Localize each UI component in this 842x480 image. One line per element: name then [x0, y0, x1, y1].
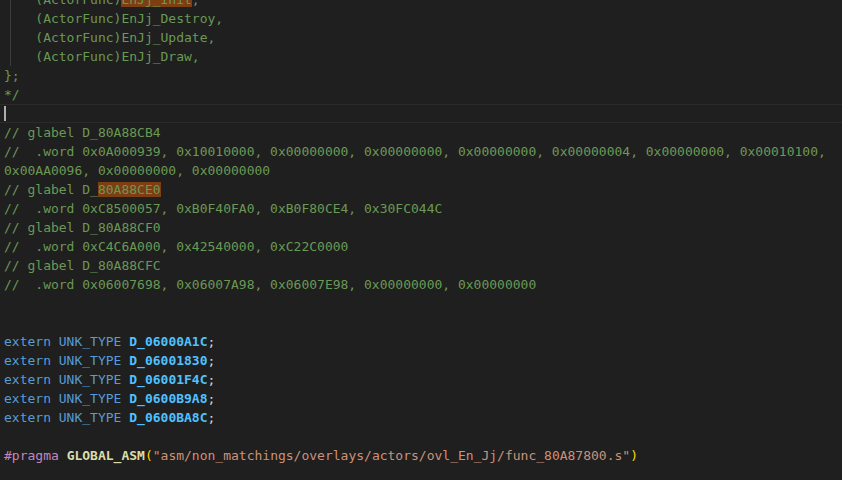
code-token: // glabel D_	[4, 182, 98, 197]
code-token: (ActorFunc)EnJj_Destroy,	[4, 11, 223, 26]
code-line[interactable]: extern UNK_TYPE D_06000A1C;	[4, 332, 842, 351]
code-token: ;	[208, 372, 216, 387]
code-token: (ActorFunc)	[4, 0, 121, 7]
find-match-highlight: EnJj_Init	[121, 0, 191, 7]
code-line[interactable]: extern UNK_TYPE D_06001830;	[4, 351, 842, 370]
code-token: UNK_TYPE	[59, 410, 129, 425]
code-token: extern	[4, 391, 59, 406]
code-token: 0x00AA0096, 0x00000000, 0x00000000	[4, 163, 270, 178]
code-token: (ActorFunc)EnJj_Draw,	[4, 49, 200, 64]
code-token: D_0600BA8C	[129, 410, 207, 425]
code-line[interactable]: // glabel D_80A88CE0	[4, 180, 842, 199]
code-line[interactable]: // .word 0xC8500057, 0xB0F40FA0, 0xB0F80…	[4, 199, 842, 218]
code-token: // .word 0x0A000939, 0x10010000, 0x00000…	[4, 144, 826, 159]
code-editor: (ActorFunc)EnJj_Init, (ActorFunc)EnJj_De…	[0, 0, 842, 480]
code-token: ;	[208, 334, 216, 349]
code-token: UNK_TYPE	[59, 391, 129, 406]
code-token: D_06001F4C	[129, 372, 207, 387]
code-line[interactable]: // .word 0x06007698, 0x06007A98, 0x06007…	[4, 275, 842, 294]
code-line[interactable]: extern UNK_TYPE D_0600B9A8;	[4, 389, 842, 408]
code-token: // .word 0xC4C6A000, 0x42540000, 0xC22C0…	[4, 239, 348, 254]
code-line[interactable]	[4, 294, 842, 313]
code-line[interactable]: extern UNK_TYPE D_06001F4C;	[4, 370, 842, 389]
code-line[interactable]	[4, 313, 842, 332]
find-match-highlight: 80A88CE0	[98, 182, 161, 197]
code-token: */	[4, 87, 20, 102]
code-token: #pragma	[4, 448, 67, 463]
code-line[interactable]: (ActorFunc)EnJj_Init,	[4, 0, 842, 9]
code-token: (	[145, 448, 153, 463]
editor-window: { "theme": { "background": "#1f1f1f", "c…	[0, 0, 842, 480]
code-line[interactable]	[4, 104, 842, 123]
code-token: extern	[4, 410, 59, 425]
code-line[interactable]: // .word 0x0A000939, 0x10010000, 0x00000…	[4, 142, 842, 161]
code-area[interactable]: (ActorFunc)EnJj_Init, (ActorFunc)EnJj_De…	[4, 0, 842, 465]
code-token: // glabel D_80A88CFC	[4, 258, 161, 273]
code-token: // .word 0xC8500057, 0xB0F40FA0, 0xB0F80…	[4, 201, 442, 216]
code-line[interactable]: };	[4, 66, 842, 85]
code-token: UNK_TYPE	[59, 353, 129, 368]
code-line[interactable]: // .word 0xC4C6A000, 0x42540000, 0xC22C0…	[4, 237, 842, 256]
code-line[interactable]: (ActorFunc)EnJj_Draw,	[4, 47, 842, 66]
code-line[interactable]: extern UNK_TYPE D_0600BA8C;	[4, 408, 842, 427]
code-token: D_06000A1C	[129, 334, 207, 349]
code-line[interactable]: */	[4, 85, 842, 104]
code-token: )	[630, 448, 638, 463]
code-line[interactable]: (ActorFunc)EnJj_Destroy,	[4, 9, 842, 28]
code-token: extern	[4, 353, 59, 368]
code-line[interactable]: #pragma GLOBAL_ASM("asm/non_matchings/ov…	[4, 446, 842, 465]
code-token: };	[4, 68, 20, 83]
code-token: ;	[208, 391, 216, 406]
code-line[interactable]	[4, 427, 842, 446]
code-token: extern	[4, 334, 59, 349]
code-token: // glabel D_80A88CF0	[4, 220, 161, 235]
code-token: UNK_TYPE	[59, 334, 129, 349]
code-token: D_06001830	[129, 353, 207, 368]
code-line[interactable]: (ActorFunc)EnJj_Update,	[4, 28, 842, 47]
code-token: // glabel D_80A88CB4	[4, 125, 161, 140]
code-token: UNK_TYPE	[59, 372, 129, 387]
code-line[interactable]: // glabel D_80A88CB4	[4, 123, 842, 142]
code-token: ;	[208, 410, 216, 425]
code-token: ;	[208, 353, 216, 368]
code-token: D_0600B9A8	[129, 391, 207, 406]
code-line[interactable]: // glabel D_80A88CF0	[4, 218, 842, 237]
code-line[interactable]: // glabel D_80A88CFC	[4, 256, 842, 275]
code-token: GLOBAL_ASM	[67, 448, 145, 463]
code-token: ,	[192, 0, 200, 7]
code-token: (ActorFunc)EnJj_Update,	[4, 30, 215, 45]
code-token: // .word 0x06007698, 0x06007A98, 0x06007…	[4, 277, 536, 292]
code-token: "asm/non_matchings/overlays/actors/ovl_E…	[153, 448, 630, 463]
code-token: extern	[4, 372, 59, 387]
code-line-wrap[interactable]: 0x00AA0096, 0x00000000, 0x00000000	[4, 161, 842, 180]
